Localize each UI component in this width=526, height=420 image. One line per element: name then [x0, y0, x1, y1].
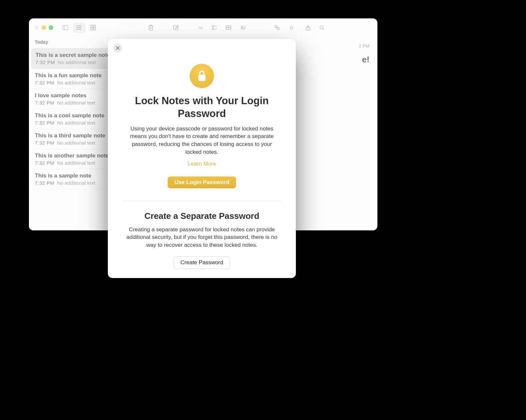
svg-point-28	[320, 26, 323, 29]
svg-rect-32	[198, 75, 205, 81]
learn-more-link[interactable]: Learn More	[108, 161, 296, 167]
note-item-time: 7:32 PM	[36, 59, 55, 65]
delete-button[interactable]	[145, 22, 157, 33]
note-item-meta: 7:32 PMNo additional text	[35, 140, 110, 146]
media-button[interactable]	[236, 22, 252, 33]
share-button[interactable]	[302, 22, 314, 33]
note-item-preview: No additional text	[57, 160, 95, 166]
note-item-title: This is a third sample note	[35, 132, 110, 139]
note-item-title: This is a secret sample note	[36, 52, 111, 58]
svg-text:Aa: Aa	[198, 26, 203, 30]
note-item-meta: 7:32 PMNo additional text	[35, 100, 110, 105]
window-zoom-button[interactable]	[49, 25, 53, 30]
svg-point-5	[77, 26, 78, 26]
svg-rect-10	[91, 28, 93, 30]
svg-point-16	[212, 28, 214, 30]
note-item-preview: No additional text	[57, 120, 95, 126]
note-item-preview: No additional text	[57, 180, 95, 186]
note-item-preview: No additional text	[57, 80, 95, 85]
dialog-heading: Lock Notes with Your Login Password	[108, 95, 296, 120]
toolbar: Aa	[29, 18, 377, 37]
svg-rect-8	[91, 25, 93, 28]
lock-icon	[190, 64, 214, 88]
svg-point-6	[77, 27, 78, 28]
note-item-preview: No additional text	[57, 140, 95, 146]
svg-rect-11	[93, 28, 96, 30]
note-item-title: This is another sample note	[35, 152, 110, 159]
checklist-button[interactable]	[208, 22, 221, 33]
note-item-title: This is a sample note	[35, 173, 110, 179]
note-item-time: 7:32 PM	[35, 160, 54, 166]
divider	[122, 201, 281, 201]
window-controls	[33, 25, 53, 30]
note-item-preview: No additional text	[57, 100, 95, 105]
note-item-meta: 7:32 PMNo additional text	[35, 160, 110, 166]
close-button[interactable]	[113, 43, 122, 53]
link-note-button[interactable]	[271, 22, 283, 33]
note-item-meta: 7:32 PMNo additional text	[35, 120, 110, 126]
svg-line-29	[323, 29, 324, 30]
svg-point-23	[275, 25, 277, 28]
table-button[interactable]	[222, 22, 235, 33]
note-item-title: I love sample notes	[35, 92, 110, 99]
new-note-button[interactable]	[170, 22, 182, 33]
note-item-preview: No additional text	[58, 59, 96, 65]
note-item-time: 7:32 PM	[35, 80, 54, 85]
note-item-time: 7:32 PM	[35, 140, 54, 146]
create-password-button[interactable]: Create Password	[174, 256, 230, 269]
note-item-meta: 7:32 PMNo additional text	[35, 80, 110, 85]
note-item-title: This is a cool sample note	[35, 112, 110, 119]
svg-point-7	[77, 29, 78, 30]
note-item-time: 7:32 PM	[35, 180, 54, 186]
dialog-body-2: Creating a separate password for locked …	[108, 221, 296, 249]
lock-button[interactable]	[285, 22, 300, 33]
svg-rect-26	[290, 27, 293, 29]
window-minimize-button[interactable]	[41, 25, 46, 30]
dialog-subheading: Create a Separate Password	[108, 211, 296, 221]
format-button[interactable]: Aa	[195, 22, 207, 33]
svg-rect-9	[93, 25, 96, 28]
svg-point-14	[212, 25, 214, 27]
note-item-title: This is a fun sample note	[35, 72, 110, 79]
svg-line-25	[277, 27, 277, 28]
note-item-meta: 7:32 PMNo additional text	[36, 59, 111, 65]
dialog-body: Using your device passcode or password f…	[108, 120, 296, 156]
svg-point-24	[277, 28, 279, 30]
search-button[interactable]	[316, 22, 328, 33]
note-item-meta: 7:32 PMNo additional text	[35, 180, 110, 186]
list-view-button[interactable]	[73, 22, 85, 33]
lock-notes-dialog: Lock Notes with Your Login Password Usin…	[108, 39, 296, 278]
note-item-time: 7:32 PM	[35, 120, 54, 126]
gallery-view-button[interactable]	[87, 22, 99, 33]
svg-rect-0	[63, 25, 68, 30]
toggle-sidebar-button[interactable]	[59, 22, 72, 33]
note-item-time: 7:32 PM	[35, 100, 54, 105]
window-close-button[interactable]	[34, 25, 39, 30]
use-login-password-button[interactable]: Use Login Password	[168, 176, 236, 188]
